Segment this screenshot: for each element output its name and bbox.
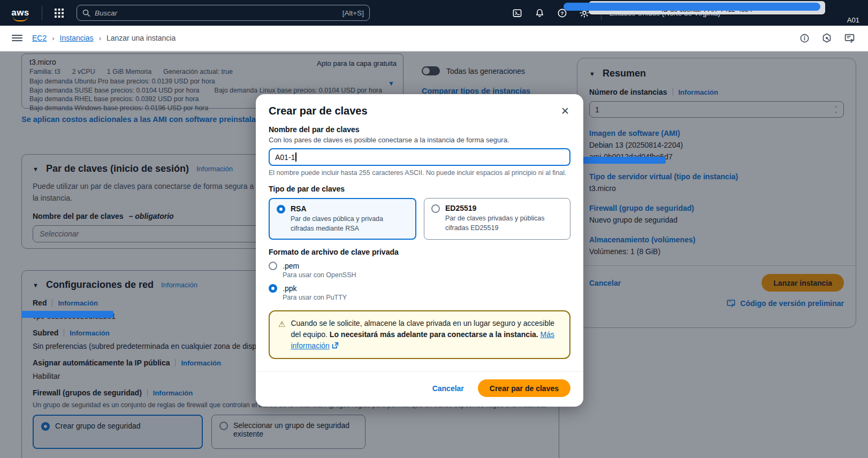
aws-logo[interactable]: aws	[10, 7, 31, 18]
modal-cancel-button[interactable]: Cancelar	[432, 384, 464, 393]
search-placeholder: Buscar	[95, 9, 117, 17]
text-cursor	[295, 152, 296, 162]
pem-radio[interactable]: .pem	[269, 261, 570, 270]
notifications-bell-icon[interactable]	[530, 4, 549, 22]
ppk-radio[interactable]: .ppk	[269, 284, 570, 293]
grid-icon	[55, 9, 64, 18]
chevron-right-icon: ›	[99, 34, 101, 42]
ppk-description: Para usar con PuTTY	[283, 294, 570, 301]
rsa-tile[interactable]: RSA Par de claves pública y privada cifr…	[269, 198, 416, 240]
aws-smile-icon	[13, 16, 28, 21]
keypair-name-value: A01-1	[275, 153, 295, 162]
warning-triangle-icon: ⚠	[278, 318, 285, 352]
ppk-label: .ppk	[283, 284, 296, 293]
create-keypair-button[interactable]: Crear par de claves	[478, 379, 570, 397]
breadcrumb-instances[interactable]: Instancias	[60, 34, 94, 42]
modal-title: Crear par de claves	[269, 105, 368, 117]
menu-hamburger-icon[interactable]	[12, 33, 22, 43]
breadcrumb: EC2 › Instancias › Lanzar una instancia	[32, 34, 176, 42]
account-menu[interactable]: A01	[847, 16, 859, 24]
breadcrumb-ec2[interactable]: EC2	[32, 34, 47, 42]
rsa-description: Par de claves pública y privada cifradas…	[291, 215, 408, 233]
screen: aws Buscar [Alt+S]	[0, 0, 868, 458]
ed25519-tile[interactable]: ED25519 Par de claves privadas y pública…	[424, 198, 570, 240]
ed25519-description: Par de claves privadas y públicas cifrad…	[445, 214, 563, 233]
svg-text:?: ?	[561, 10, 564, 16]
search-shortcut: [Alt+S]	[342, 9, 364, 17]
pem-label: .pem	[283, 262, 299, 270]
search-icon	[82, 9, 90, 17]
keypair-name-label: Nombre del par de claves	[269, 125, 570, 134]
keypair-type-label: Tipo de par de claves	[269, 185, 570, 193]
amazon-q-icon[interactable]	[821, 33, 832, 43]
services-grid-icon[interactable]	[50, 4, 68, 22]
redaction-bar	[21, 311, 113, 318]
radio-unselected-icon	[431, 204, 440, 213]
radio-selected-icon	[277, 205, 285, 213]
redaction-bar	[564, 3, 820, 11]
warning-text-block: Cuando se le solicite, almacene la clave…	[291, 318, 561, 352]
breadcrumb-bar: EC2 › Instancias › Lanzar una instancia	[0, 26, 868, 51]
nav-divider	[42, 6, 42, 20]
keypair-name-hint: El nombre puede incluir hasta 255 caract…	[269, 169, 570, 177]
cloudshell-icon[interactable]	[508, 4, 526, 22]
pem-description: Para usar con OpenSSH	[283, 271, 570, 279]
keypair-name-input[interactable]: A01-1	[269, 148, 570, 166]
ed25519-title: ED25519	[445, 204, 563, 212]
warning-text-bold: Lo necesitará más adelante para conectar…	[330, 330, 540, 339]
radio-selected-icon	[269, 284, 277, 293]
top-navigation: aws Buscar [Alt+S]	[0, 0, 868, 26]
key-format-label: Formato de archivo de clave privada	[269, 248, 570, 256]
feedback-window-icon[interactable]	[844, 33, 855, 44]
rsa-title: RSA	[291, 204, 408, 213]
create-keypair-modal: Crear par de claves ✕ Nombre del par de …	[256, 94, 583, 407]
external-link-icon	[332, 342, 339, 349]
breadcrumb-current: Lanzar una instancia	[106, 34, 176, 42]
redaction-bar	[579, 157, 666, 164]
search-input[interactable]: Buscar [Alt+S]	[77, 5, 370, 21]
info-icon[interactable]	[800, 33, 810, 43]
warning-alert: ⚠ Cuando se le solicite, almacene la cla…	[269, 310, 570, 359]
keypair-name-description: Con los pares de claves es posible conec…	[269, 136, 570, 144]
chevron-right-icon: ›	[52, 34, 54, 42]
close-icon[interactable]: ✕	[560, 105, 570, 117]
radio-unselected-icon	[269, 262, 277, 270]
